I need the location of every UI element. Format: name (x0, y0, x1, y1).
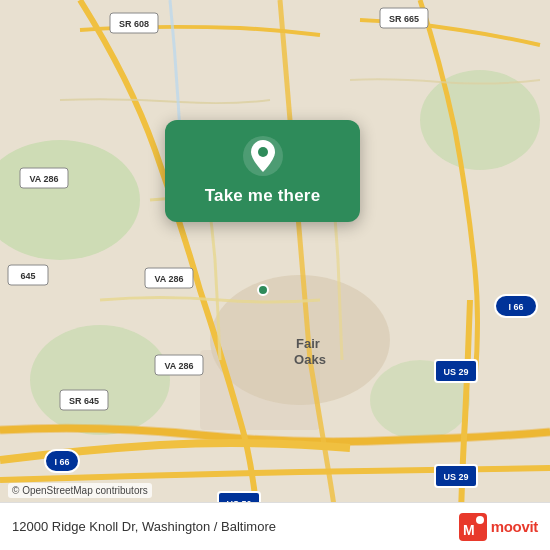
svg-point-35 (258, 285, 268, 295)
svg-text:Oaks: Oaks (294, 352, 326, 367)
svg-text:I 66: I 66 (508, 302, 523, 312)
location-pin-icon (241, 134, 285, 178)
moovit-logo: M moovit (459, 513, 538, 541)
svg-text:I 66: I 66 (54, 457, 69, 467)
take-me-there-label: Take me there (205, 186, 321, 206)
svg-text:M: M (463, 522, 475, 538)
bottom-bar: 12000 Ridge Knoll Dr, Washington / Balti… (0, 502, 550, 550)
svg-text:645: 645 (20, 271, 35, 281)
address-text: 12000 Ridge Knoll Dr, Washington / Balti… (12, 519, 276, 534)
take-me-there-popup[interactable]: Take me there (165, 120, 360, 222)
svg-text:US 29: US 29 (443, 472, 468, 482)
svg-text:VA 286: VA 286 (29, 174, 58, 184)
svg-point-39 (476, 516, 484, 524)
svg-text:SR 608: SR 608 (119, 19, 149, 29)
svg-text:VA 286: VA 286 (164, 361, 193, 371)
map-background: VA 286 VA 286 VA 286 SR 608 SR 665 645 S… (0, 0, 550, 550)
moovit-brand-text: moovit (491, 518, 538, 535)
svg-point-37 (258, 147, 268, 157)
svg-text:US 29: US 29 (443, 367, 468, 377)
svg-text:SR 645: SR 645 (69, 396, 99, 406)
osm-attribution-text: © OpenStreetMap contributors (12, 485, 148, 496)
osm-attribution: © OpenStreetMap contributors (8, 483, 152, 498)
svg-text:VA 286: VA 286 (154, 274, 183, 284)
map-container: VA 286 VA 286 VA 286 SR 608 SR 665 645 S… (0, 0, 550, 550)
svg-text:Fair: Fair (296, 336, 320, 351)
svg-text:SR 665: SR 665 (389, 14, 419, 24)
svg-point-2 (420, 70, 540, 170)
moovit-logo-icon: M (459, 513, 487, 541)
svg-point-3 (30, 325, 170, 435)
